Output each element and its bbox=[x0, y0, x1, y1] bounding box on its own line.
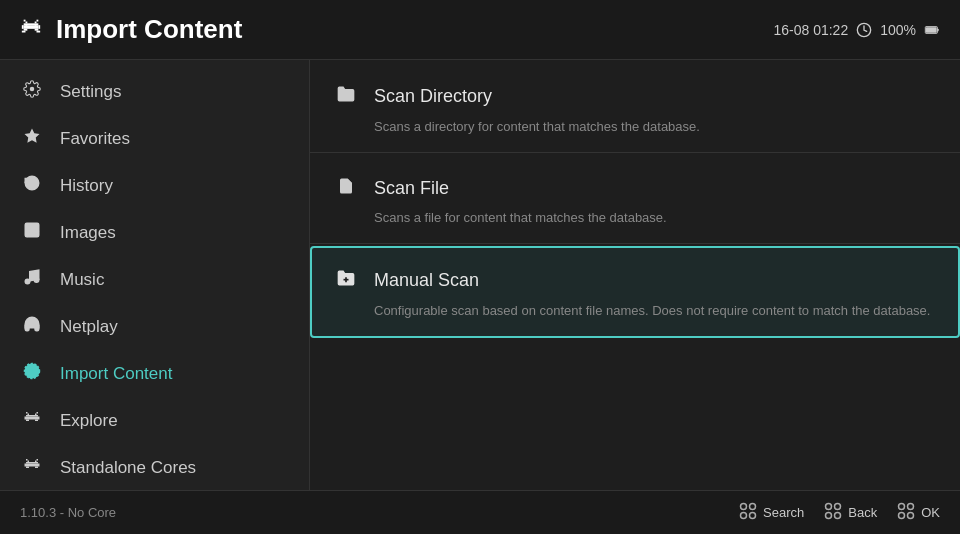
svg-point-23 bbox=[25, 364, 40, 379]
datetime: 16-08 01:22 bbox=[773, 22, 848, 38]
content-panel: Scan Directory Scans a directory for con… bbox=[310, 60, 960, 490]
svg-rect-9 bbox=[35, 25, 37, 27]
sidebar-item-images[interactable]: Images bbox=[0, 209, 309, 256]
svg-point-56 bbox=[899, 503, 905, 509]
image-icon bbox=[20, 221, 44, 244]
search-action[interactable]: Search bbox=[739, 502, 804, 524]
manual-scan-item[interactable]: Manual Scan Configurable scan based on c… bbox=[310, 246, 960, 338]
sidebar-item-netplay[interactable]: Netplay bbox=[0, 303, 309, 350]
svg-rect-32 bbox=[26, 417, 38, 420]
svg-rect-12 bbox=[22, 30, 26, 32]
manual-scan-desc: Configurable scan based on content file … bbox=[334, 299, 936, 332]
svg-rect-0 bbox=[24, 19, 26, 21]
scan-file-item[interactable]: Scan File Scans a file for content that … bbox=[310, 153, 960, 244]
svg-point-53 bbox=[835, 503, 841, 509]
svg-point-59 bbox=[908, 512, 914, 518]
svg-point-20 bbox=[28, 226, 30, 228]
sidebar-music-label: Music bbox=[60, 270, 104, 290]
back-action[interactable]: Back bbox=[824, 502, 877, 524]
svg-rect-13 bbox=[37, 30, 41, 32]
sidebar-item-settings[interactable]: Settings bbox=[0, 68, 309, 115]
svg-rect-38 bbox=[28, 461, 30, 463]
footer-actions: Search Back OK bbox=[739, 502, 940, 524]
page-title: Import Content bbox=[56, 14, 773, 45]
svg-rect-3 bbox=[35, 21, 37, 23]
svg-point-52 bbox=[826, 503, 832, 509]
sidebar-settings-label: Settings bbox=[60, 82, 121, 102]
main-layout: Settings Favorites History bbox=[0, 60, 960, 490]
ok-action[interactable]: OK bbox=[897, 502, 940, 524]
headphones-icon bbox=[20, 315, 44, 338]
sidebar-item-history[interactable]: History bbox=[0, 162, 309, 209]
svg-rect-33 bbox=[38, 417, 40, 420]
sidebar-item-import-content[interactable]: Import Content bbox=[0, 350, 309, 397]
svg-point-21 bbox=[25, 279, 30, 284]
svg-rect-43 bbox=[38, 464, 40, 467]
svg-point-54 bbox=[826, 512, 832, 518]
battery-level: 100% bbox=[880, 22, 916, 38]
battery-icon bbox=[924, 22, 940, 38]
svg-rect-2 bbox=[26, 21, 28, 23]
svg-rect-5 bbox=[22, 25, 24, 29]
svg-rect-44 bbox=[26, 467, 29, 469]
svg-point-48 bbox=[741, 503, 747, 509]
header: Import Content 16-08 01:22 100% bbox=[0, 0, 960, 60]
svg-rect-40 bbox=[26, 462, 38, 464]
scan-directory-desc: Scans a directory for content that match… bbox=[334, 115, 936, 148]
svg-rect-26 bbox=[26, 412, 28, 414]
scan-directory-item[interactable]: Scan Directory Scans a directory for con… bbox=[310, 60, 960, 153]
svg-rect-10 bbox=[24, 28, 28, 30]
status-bar: 16-08 01:22 100% bbox=[773, 22, 940, 38]
svg-rect-34 bbox=[26, 420, 29, 422]
sidebar-history-label: History bbox=[60, 176, 113, 196]
sidebar-netplay-label: Netplay bbox=[60, 317, 118, 337]
clock-icon bbox=[856, 22, 872, 38]
svg-marker-18 bbox=[25, 129, 40, 143]
sidebar-explore-label: Explore bbox=[60, 411, 118, 431]
history-icon bbox=[20, 174, 44, 197]
svg-point-51 bbox=[750, 512, 756, 518]
scan-directory-title: Scan Directory bbox=[374, 86, 492, 107]
explore-icon bbox=[20, 409, 44, 432]
music-icon bbox=[20, 268, 44, 291]
sidebar-favorites-label: Favorites bbox=[60, 129, 130, 149]
sidebar-item-favorites[interactable]: Favorites bbox=[0, 115, 309, 162]
svg-rect-28 bbox=[28, 414, 30, 416]
star-icon bbox=[20, 127, 44, 150]
svg-rect-8 bbox=[26, 25, 28, 27]
back-btn-icon bbox=[824, 502, 842, 524]
sidebar-images-label: Images bbox=[60, 223, 116, 243]
ok-btn-icon bbox=[897, 502, 915, 524]
svg-rect-41 bbox=[25, 464, 27, 467]
ok-label: OK bbox=[921, 505, 940, 520]
folder-open-icon bbox=[334, 84, 358, 109]
svg-rect-36 bbox=[26, 459, 28, 461]
svg-rect-37 bbox=[37, 459, 39, 461]
file-icon bbox=[334, 177, 358, 200]
sidebar-item-standalone-cores[interactable]: Standalone Cores bbox=[0, 444, 309, 490]
svg-rect-45 bbox=[35, 467, 38, 469]
scan-file-desc: Scans a file for content that matches th… bbox=[334, 206, 936, 239]
svg-point-49 bbox=[750, 503, 756, 509]
gear-icon bbox=[20, 80, 44, 103]
svg-rect-16 bbox=[937, 28, 938, 31]
standalone-cores-icon bbox=[20, 456, 44, 479]
folder-scan-icon bbox=[334, 268, 358, 293]
sidebar-item-explore[interactable]: Explore bbox=[0, 397, 309, 444]
svg-rect-35 bbox=[35, 420, 38, 422]
svg-rect-31 bbox=[25, 417, 27, 420]
svg-point-55 bbox=[835, 512, 841, 518]
sidebar: Settings Favorites History bbox=[0, 60, 310, 490]
footer: 1.10.3 - No Core Search bbox=[0, 490, 960, 534]
svg-rect-42 bbox=[26, 464, 38, 467]
sidebar-standalone-cores-label: Standalone Cores bbox=[60, 458, 196, 478]
version-label: 1.10.3 - No Core bbox=[20, 505, 739, 520]
sidebar-item-music[interactable]: Music bbox=[0, 256, 309, 303]
app-logo-icon bbox=[20, 16, 42, 38]
svg-rect-11 bbox=[35, 28, 39, 30]
svg-point-50 bbox=[741, 512, 747, 518]
app-icon bbox=[20, 16, 42, 44]
svg-rect-7 bbox=[38, 25, 40, 29]
svg-point-57 bbox=[908, 503, 914, 509]
sidebar-import-content-label: Import Content bbox=[60, 364, 172, 384]
